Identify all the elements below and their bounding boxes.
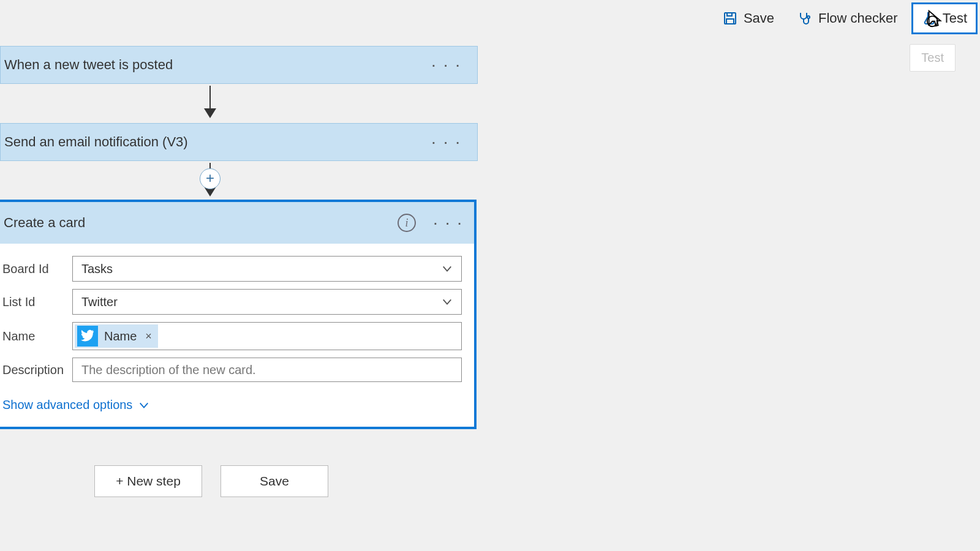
- list-id-row: List Id Twitter: [0, 289, 467, 315]
- create-card-title: Create a card: [4, 215, 85, 231]
- board-id-select[interactable]: Tasks: [72, 256, 462, 282]
- bottom-actions: + New step Save: [94, 465, 328, 497]
- list-id-select[interactable]: Twitter: [72, 289, 462, 315]
- test-tooltip: Test: [910, 44, 956, 72]
- name-input[interactable]: Name ×: [72, 322, 462, 350]
- chevron-down-icon: [442, 263, 453, 274]
- chevron-down-icon: [138, 400, 149, 411]
- trigger-menu-icon[interactable]: · · ·: [431, 55, 461, 75]
- info-icon[interactable]: i: [398, 214, 416, 232]
- chevron-down-icon: [442, 296, 453, 307]
- create-card-menu-icon[interactable]: · · ·: [433, 213, 463, 233]
- create-card-form: Board Id Tasks List Id Twitter: [0, 244, 474, 427]
- email-action-menu-icon[interactable]: · · ·: [431, 132, 461, 152]
- svg-rect-2: [726, 19, 734, 24]
- email-action-title: Send an email notification (V3): [4, 134, 188, 150]
- email-action-card[interactable]: Send an email notification (V3) · · ·: [0, 123, 478, 161]
- list-id-value: Twitter: [81, 295, 118, 309]
- new-step-button[interactable]: + New step: [94, 465, 202, 497]
- create-card-action: Create a card i · · · Board Id Tasks Lis…: [0, 200, 477, 429]
- svg-point-3: [807, 16, 810, 18]
- board-id-label: Board Id: [0, 262, 72, 276]
- description-placeholder: The description of the new card.: [81, 363, 256, 377]
- save-flow-button[interactable]: Save: [221, 465, 328, 497]
- description-label: Description: [0, 363, 72, 377]
- create-card-header-actions: i · · ·: [398, 213, 463, 233]
- top-toolbar: Save Flow checker Test: [713, 2, 978, 34]
- board-id-row: Board Id Tasks: [0, 256, 467, 282]
- stethoscope-icon: [797, 11, 812, 26]
- save-button[interactable]: Save: [713, 3, 784, 34]
- advanced-options-label: Show advanced options: [2, 398, 132, 412]
- name-label: Name: [0, 329, 72, 343]
- save-label: Save: [744, 10, 774, 26]
- flask-icon: [922, 11, 937, 26]
- advanced-options-toggle[interactable]: Show advanced options: [0, 389, 467, 421]
- flow-checker-button[interactable]: Flow checker: [788, 3, 908, 34]
- test-button[interactable]: Test: [911, 2, 978, 34]
- list-id-label: List Id: [0, 295, 72, 309]
- save-icon: [723, 11, 737, 26]
- name-row: Name Name ×: [0, 322, 467, 350]
- connector-arrow: [209, 86, 211, 116]
- create-card-header[interactable]: Create a card i · · ·: [0, 202, 474, 244]
- dynamic-content-chip[interactable]: Name ×: [75, 324, 158, 348]
- twitter-icon: [77, 326, 98, 347]
- board-id-value: Tasks: [81, 262, 113, 276]
- flow-checker-label: Flow checker: [818, 10, 898, 26]
- add-step-button[interactable]: +: [200, 168, 221, 189]
- trigger-card[interactable]: When a new tweet is posted · · ·: [0, 46, 478, 84]
- description-input[interactable]: The description of the new card.: [72, 358, 462, 382]
- svg-rect-1: [727, 13, 732, 16]
- trigger-title: When a new tweet is posted: [4, 57, 173, 73]
- test-label: Test: [943, 10, 967, 26]
- chip-label: Name: [104, 329, 137, 343]
- chip-remove-icon[interactable]: ×: [145, 330, 152, 343]
- description-row: Description The description of the new c…: [0, 358, 467, 382]
